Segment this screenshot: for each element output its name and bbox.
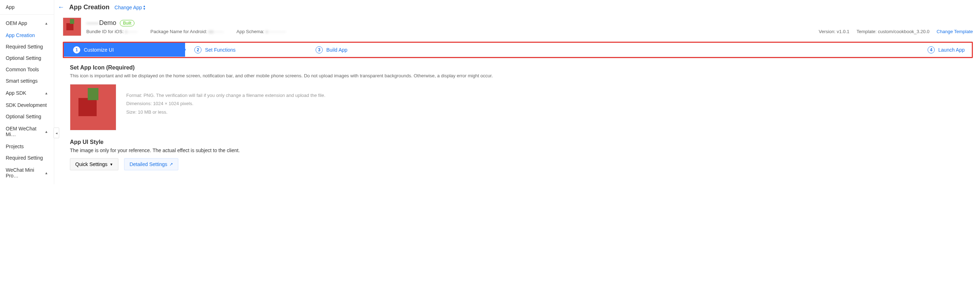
- steps: 1 Customize UI 2 Set Functions 3 Build A…: [64, 43, 972, 57]
- hint-size: Size: 10 MB or less.: [126, 108, 325, 116]
- step-label: Build App: [326, 47, 347, 53]
- step-customize-ui[interactable]: 1 Customize UI: [64, 43, 185, 57]
- breadcrumb: ← App Creation Change App ▴▾: [54, 0, 980, 16]
- sidebar-group-label: OEM App: [6, 20, 27, 26]
- step-number: 1: [73, 46, 80, 54]
- sidebar-group-oem-wechat[interactable]: OEM WeChat Mi… ▲: [0, 122, 54, 141]
- bundle-id: Bundle ID for iOS: c········: [86, 29, 138, 34]
- step-launch-app[interactable]: 4 Launch App: [428, 43, 972, 57]
- sidebar-group-label: OEM WeChat Mi…: [6, 126, 45, 137]
- app-icon-thumb: [63, 17, 81, 36]
- package-name: Package Name for Android: co········: [151, 29, 224, 34]
- package-label: Package Name for Android:: [151, 29, 207, 34]
- change-app-label: Change App: [115, 5, 142, 10]
- section-title: Set App Icon (Required): [70, 65, 973, 71]
- package-value: co········: [208, 29, 224, 34]
- app-name: ——Demo: [86, 19, 116, 27]
- section-title: App UI Style: [70, 139, 973, 145]
- sidebar-group-label: App SDK: [6, 90, 26, 96]
- step-number: 3: [316, 46, 323, 54]
- step-label: Launch App: [938, 47, 965, 53]
- status-badge: Built: [120, 20, 134, 26]
- hint-dimensions: Dimensions: 1024 × 1024 pixels.: [126, 99, 325, 108]
- steps-highlight-box: 1 Customize UI 2 Set Functions 3 Build A…: [63, 42, 973, 58]
- step-build-app[interactable]: 3 Build App: [306, 43, 428, 57]
- chevron-up-icon: ▲: [45, 171, 48, 175]
- template: Template: custom/cookbook_3.20.0: [857, 29, 930, 34]
- sidebar-item-projects[interactable]: Projects: [0, 141, 54, 152]
- button-label: Detailed Settings: [129, 161, 167, 167]
- sort-icon: ▴▾: [143, 5, 145, 10]
- section-set-app-icon: Set App Icon (Required) This icon is imp…: [54, 58, 980, 130]
- button-label: Quick Settings: [75, 161, 107, 167]
- schema-value: v··············: [266, 29, 286, 34]
- template-label: Template:: [857, 29, 877, 34]
- app-icon-preview[interactable]: [70, 84, 116, 130]
- app-name-masked: ——: [86, 19, 99, 26]
- template-value: custom/cookbook_3.20.0: [878, 29, 930, 34]
- sidebar-item-optional-setting[interactable]: Optional Setting: [0, 52, 54, 64]
- app-header: ——Demo Built Bundle ID for iOS: c·······…: [54, 16, 980, 39]
- app-name-text: Demo: [99, 19, 116, 26]
- sidebar-group-label: WeChat Mini Pro…: [6, 167, 45, 178]
- bundle-value: c········: [125, 29, 137, 34]
- step-number: 4: [928, 46, 935, 54]
- section-desc: The image is only for your reference. Th…: [70, 148, 973, 153]
- caret-down-icon: ▼: [110, 162, 113, 167]
- app-schema: App Schema: v··············: [237, 29, 286, 34]
- sidebar-item-smart-settings[interactable]: Smart settings: [0, 75, 54, 87]
- version-value: v1.0.1: [837, 29, 849, 34]
- page-title: App Creation: [69, 3, 110, 11]
- sidebar-top-label: App: [0, 0, 54, 14]
- sidebar-item-sdk-development[interactable]: SDK Development: [0, 99, 54, 111]
- sidebar-item-required-setting[interactable]: Required Setting: [0, 41, 54, 52]
- sidebar-item-app-creation[interactable]: App Creation: [0, 30, 54, 41]
- back-arrow-icon[interactable]: ←: [58, 3, 64, 11]
- hint-format: Format: PNG. The verification will fail …: [126, 91, 325, 99]
- sidebar-group-app-sdk[interactable]: App SDK ▲: [0, 87, 54, 99]
- chevron-up-icon: ▲: [45, 21, 48, 25]
- sidebar: App OEM App ▲ App Creation Required Sett…: [0, 0, 54, 184]
- change-template-link[interactable]: Change Template: [937, 29, 973, 34]
- bundle-label: Bundle ID for iOS:: [86, 29, 124, 34]
- step-set-functions[interactable]: 2 Set Functions: [185, 43, 306, 57]
- step-label: Set Functions: [205, 47, 236, 53]
- section-app-ui-style: App UI Style The image is only for your …: [54, 130, 980, 170]
- schema-label: App Schema:: [237, 29, 264, 34]
- sidebar-item-optional-setting-sdk[interactable]: Optional Setting: [0, 111, 54, 122]
- sidebar-group-oem-app[interactable]: OEM App ▲: [0, 17, 54, 30]
- change-app-link[interactable]: Change App ▴▾: [115, 5, 145, 10]
- external-link-icon: ↗: [169, 162, 173, 167]
- sidebar-item-required-setting-wechat[interactable]: Required Setting: [0, 152, 54, 163]
- chevron-up-icon: ▲: [45, 130, 48, 133]
- version-label: Version:: [819, 29, 835, 34]
- step-number: 2: [194, 46, 202, 54]
- icon-hints: Format: PNG. The verification will fail …: [126, 84, 325, 116]
- detailed-settings-button[interactable]: Detailed Settings ↗: [124, 158, 178, 170]
- version: Version: v1.0.1: [819, 29, 850, 34]
- chevron-up-icon: ▲: [45, 91, 48, 95]
- main: ← App Creation Change App ▴▾ ——Demo Buil…: [54, 0, 980, 184]
- sidebar-group-wechat-mini[interactable]: WeChat Mini Pro… ▲: [0, 163, 54, 182]
- sidebar-item-common-tools[interactable]: Common Tools: [0, 64, 54, 75]
- section-desc: This icon is important and will be displ…: [70, 73, 973, 78]
- quick-settings-button[interactable]: Quick Settings ▼: [70, 158, 118, 170]
- step-label: Customize UI: [84, 47, 114, 53]
